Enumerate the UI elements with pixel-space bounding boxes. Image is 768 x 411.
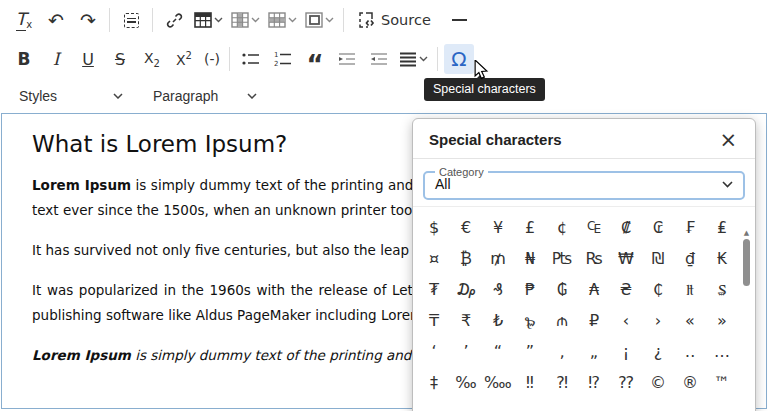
bulleted-list-button[interactable] [236,44,266,74]
special-character-tile[interactable]: ₱ [514,274,546,305]
special-character-tile[interactable]: » [706,305,738,336]
styles-dropdown[interactable]: Styles [10,81,132,111]
special-character-tile[interactable]: ₫ [674,243,706,274]
special-character-tile[interactable]: ₨ [578,243,610,274]
table-icon [194,12,212,28]
special-character-tile[interactable]: › [642,305,674,336]
special-character-tile[interactable]: ™ [706,367,738,398]
special-character-tile[interactable]: ⁉ [578,367,610,398]
special-character-tile[interactable]: ₥ [482,243,514,274]
special-character-tile[interactable]: ₯ [450,274,482,305]
remove-format-button[interactable]: Tx [9,5,39,35]
special-character-tile[interactable]: ¤ [418,243,450,274]
subscript-button[interactable]: X2 [137,44,167,74]
close-button[interactable]: × [717,132,739,148]
special-character-tile[interactable]: ₸ [418,305,450,336]
special-character-tile[interactable]: ₡ [610,212,642,243]
special-character-tile[interactable]: ₪ [642,243,674,274]
special-character-tile[interactable]: ‥ [674,336,706,367]
special-character-tile[interactable]: ‰ [450,367,482,398]
source-button[interactable]: Source [350,5,438,35]
special-character-tile[interactable]: ₩ [610,243,642,274]
special-character-tile[interactable]: ‚ [546,336,578,367]
special-character-tile[interactable]: € [450,212,482,243]
text-alignment-button[interactable] [396,44,431,74]
scrollbar-up-icon[interactable]: ▲ [742,229,751,237]
special-character-tile[interactable]: ⁈ [546,367,578,398]
special-character-tile[interactable]: © [642,367,674,398]
special-character-tile[interactable]: … [706,336,738,367]
toolbar-divider [229,47,230,71]
special-character-tile[interactable]: ₵ [642,274,674,305]
special-character-tile[interactable]: ‘ [418,336,450,367]
styles-dropdown-label: Styles [19,88,57,104]
special-character-tile[interactable]: ¡ [610,336,642,367]
paragraph-format-dropdown[interactable]: Paragraph [144,81,266,111]
block-quote-button[interactable]: “ [300,44,330,74]
special-character-tile[interactable]: ₴ [610,274,642,305]
special-character-tile[interactable]: ¢ [546,212,578,243]
special-character-tile[interactable]: ⁇ [610,367,642,398]
special-character-tile[interactable]: ₧ [546,243,578,274]
outdent-button[interactable] [364,44,394,74]
bold-button[interactable]: B [9,44,39,74]
special-character-tile[interactable]: ₺ [482,305,514,336]
special-character-tile[interactable]: ¥ [482,212,514,243]
special-character-tile[interactable]: ₤ [706,212,738,243]
special-character-tile[interactable]: ‱ [482,367,514,398]
special-character-tile[interactable]: ₭ [706,243,738,274]
panel-scrollbar[interactable]: ▲ [742,229,751,411]
numbered-list-button[interactable]: 1 2 [268,44,298,74]
special-character-tile[interactable]: ¿ [642,336,674,367]
special-character-tile[interactable]: ₼ [546,305,578,336]
special-character-tile[interactable]: ‡ [418,367,450,398]
link-button[interactable] [159,5,189,35]
special-characters-button[interactable]: Ω [444,44,474,74]
special-character-tile[interactable]: ” [514,336,546,367]
special-character-tile[interactable]: ‹ [610,305,642,336]
special-character-tile[interactable]: ’ [450,336,482,367]
scrollbar-thumb[interactable] [743,239,750,286]
special-character-tile[interactable]: ₦ [514,243,546,274]
special-character-tile[interactable]: ₣ [674,212,706,243]
chevron-down-icon [113,93,123,99]
special-character-tile[interactable]: £ [514,212,546,243]
category-select[interactable]: Category All [423,166,745,200]
special-character-tile[interactable]: ₳ [578,274,610,305]
inline-special-button[interactable]: (-) [201,44,223,74]
italic-button[interactable]: I [41,44,71,74]
table-column-button[interactable] [228,5,263,35]
merge-cells-button[interactable] [302,5,337,35]
special-character-tile[interactable]: ₰ [482,274,514,305]
special-character-tile[interactable]: ₠ [578,212,610,243]
toolbar-row-3: Styles Paragraph [0,78,768,113]
special-character-tile[interactable]: ₿ [450,243,482,274]
special-character-tile[interactable]: ₷ [706,274,738,305]
strikethrough-button[interactable]: S [105,44,135,74]
strikethrough-icon: S [115,50,125,69]
special-character-tile[interactable]: ‼ [514,367,546,398]
undo-button[interactable]: ↶ [41,5,71,35]
special-character-tile[interactable]: ₹ [450,305,482,336]
special-character-tile[interactable]: ₲ [546,274,578,305]
redo-button[interactable]: ↷ [73,5,103,35]
special-character-tile[interactable]: ₮ [418,274,450,305]
special-character-tile[interactable]: “ [482,336,514,367]
special-character-tile[interactable]: ® [674,367,706,398]
block-quote-icon: “ [306,48,323,70]
special-character-tile[interactable]: ₽ [578,305,610,336]
special-character-tile[interactable]: ₶ [674,274,706,305]
underline-button[interactable]: U [73,44,103,74]
special-character-tile[interactable]: $ [418,212,450,243]
horizontal-line-button[interactable] [445,5,475,35]
special-character-tile[interactable]: „ [578,336,610,367]
superscript-button[interactable]: X2 [169,44,199,74]
indent-button[interactable] [332,44,362,74]
select-all-button[interactable] [116,5,146,35]
special-character-tile[interactable]: ₻ [514,305,546,336]
special-character-tile[interactable]: « [674,305,706,336]
table-row-button[interactable] [265,5,300,35]
special-character-tile[interactable]: ₢ [642,212,674,243]
close-icon: × [719,128,737,152]
insert-table-button[interactable] [191,5,226,35]
